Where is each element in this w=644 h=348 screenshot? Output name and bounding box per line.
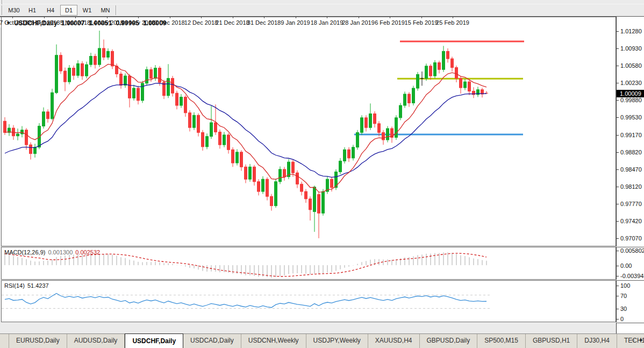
candle	[81, 61, 84, 80]
candle	[249, 164, 252, 182]
macd-pane[interactable]: MACD(12,26,9)0.0013000.002532	[1, 247, 616, 280]
rsi-axis: 10070300	[616, 280, 644, 322]
price-tick	[617, 187, 619, 187]
tabs-scroll-right-icon[interactable]: ▸	[640, 336, 643, 343]
tab-audusd-daily[interactable]: AUDUSD,Daily	[67, 334, 125, 348]
date-axis-label: 17 Oct 2018	[0, 19, 28, 26]
price-tick	[617, 117, 619, 118]
candle	[47, 109, 49, 123]
price-axis-label: 1.00930	[620, 45, 642, 52]
candle	[30, 143, 32, 160]
price-axis-label: 0.99530	[620, 114, 642, 120]
candle	[77, 60, 80, 78]
candle	[318, 192, 320, 238]
clipped-upper-toolbar	[0, 0, 644, 4]
chart-tab-bar: EURUSD,DailyAUDUSD,DailyUSDCHF,DailyUSDC…	[0, 333, 644, 348]
tab-usdchf-daily[interactable]: USDCHF,Daily	[125, 333, 183, 348]
toolbar-separator	[116, 5, 117, 15]
tabs-scroll-left-icon[interactable]: ◂	[631, 336, 634, 343]
macd-signal-value: 0.002532	[75, 249, 100, 255]
candle	[189, 110, 191, 131]
candle	[240, 150, 243, 171]
date-axis-label: 6 Feb 2019	[375, 19, 405, 26]
date-tick	[201, 17, 202, 18]
tab-sp500-m15[interactable]: SP500,M15	[477, 334, 526, 348]
candle	[141, 81, 144, 103]
timeframe-button-m30[interactable]: M30	[5, 5, 23, 16]
price-tick	[617, 31, 619, 32]
candle	[163, 80, 166, 99]
candle	[202, 130, 204, 151]
tab-usdcnh-weekly[interactable]: USDCNH,Weekly	[241, 334, 306, 348]
price-axis-label: 1.00580	[620, 62, 642, 69]
price-tick	[617, 83, 619, 83]
tab-dj30-h4[interactable]: DJ30,H4	[577, 334, 617, 348]
candle	[120, 72, 123, 89]
date-tick	[233, 17, 233, 18]
timeframe-button-d1[interactable]: D1	[60, 5, 77, 16]
price-tick	[617, 169, 619, 170]
candle	[193, 112, 196, 130]
timeframe-button-mn[interactable]: MN	[97, 5, 114, 16]
rsi-pane[interactable]: RSI(14)51.4237	[1, 280, 616, 322]
candle	[283, 167, 286, 181]
macd-axis-label: 0.005802	[620, 247, 644, 254]
timeframe-button-w1[interactable]: W1	[78, 5, 96, 16]
candle	[296, 171, 299, 188]
candle	[305, 189, 307, 203]
candle	[8, 124, 11, 136]
axis-corner	[616, 323, 644, 333]
price-tick	[617, 48, 619, 49]
candle	[395, 115, 398, 140]
price-tick	[617, 135, 619, 136]
price-axis[interactable]: 1.012801.009301.005801.002300.998800.995…	[616, 17, 644, 246]
tab-usdcad-daily[interactable]: USDCAD,Daily	[183, 334, 241, 348]
candle	[420, 72, 424, 86]
price-tick	[617, 66, 619, 66]
candle	[313, 186, 316, 232]
timeframe-button-h4[interactable]: H4	[42, 5, 59, 16]
tab-gbpusd-daily[interactable]: GBPUSD,Daily	[420, 334, 478, 348]
candle	[214, 104, 217, 135]
candle	[236, 149, 239, 165]
candle	[369, 103, 372, 130]
price-tick	[617, 204, 619, 204]
tab-xauusd-h4[interactable]: XAUUSD,H4	[368, 334, 420, 348]
tab-gbpusd-h1[interactable]: GBPUSD,H1	[526, 334, 577, 348]
candle	[137, 86, 140, 104]
date-tick	[75, 17, 76, 18]
toolbar-grip	[2, 0, 3, 4]
date-tick	[359, 17, 359, 18]
tab-eurusd-daily[interactable]: EURUSD,Daily	[9, 334, 67, 348]
candle	[253, 165, 256, 186]
rsi-axis-label: 70	[620, 293, 627, 299]
candle	[219, 130, 221, 149]
candle	[206, 133, 209, 149]
candle	[460, 76, 462, 94]
candle	[309, 196, 312, 221]
tab-usdjpy-weekly[interactable]: USDJPY,Weekly	[306, 334, 368, 348]
candle	[85, 62, 88, 79]
price-axis-label: 0.98820	[620, 149, 642, 155]
candle	[197, 113, 200, 137]
candle	[270, 194, 273, 211]
price-axis-label: 0.98120	[620, 183, 642, 190]
candle	[111, 49, 114, 69]
candle	[180, 94, 183, 108]
candle	[124, 74, 127, 88]
timeframe-button-h1[interactable]: H1	[24, 5, 41, 16]
candle	[128, 74, 131, 107]
macd-tick	[617, 251, 619, 251]
price-axis-label: 0.98470	[620, 166, 642, 173]
date-tick	[264, 17, 264, 18]
candle	[171, 76, 174, 96]
candle	[352, 145, 355, 160]
candle	[184, 95, 187, 117]
price-chart-pane[interactable]: ▼USDCHF,Daily 1.00007 1.00051 0.99995 1.…	[1, 17, 616, 246]
date-tick	[390, 17, 390, 18]
date-tick	[421, 17, 422, 18]
candle	[68, 65, 71, 84]
macd-label: MACD(12,26,9)0.0013000.002532	[4, 249, 100, 255]
candle	[356, 130, 359, 150]
candle	[107, 48, 110, 60]
